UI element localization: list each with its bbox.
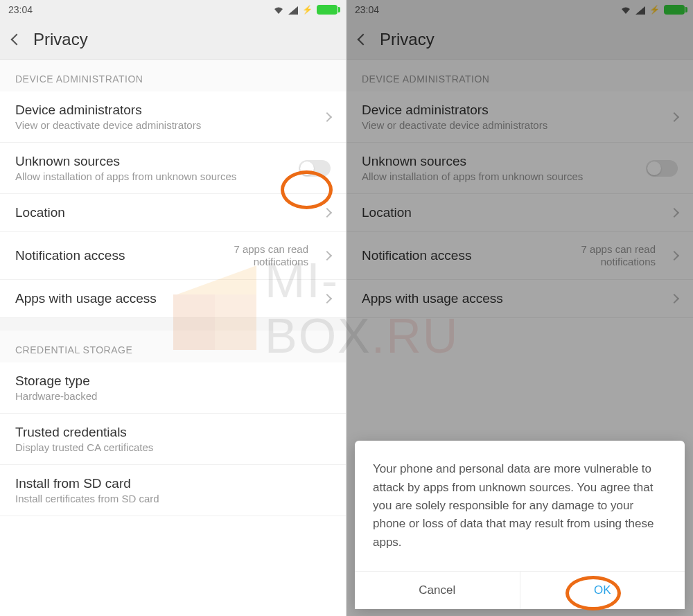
signal-icon [288,6,298,14]
unknown-sources-toggle[interactable] [299,160,331,177]
item-title: Unknown sources [15,154,289,169]
phone-screen-right: 23:04 ⚡ Privacy DEVICE ADMINISTRATION De… [346,0,693,616]
item-subtitle: View or deactivate device administrators [15,119,308,131]
page-header: Privacy [0,19,346,60]
phone-screen-left: 23:04 ⚡ Privacy DEVICE ADMINISTRATION De… [0,0,346,616]
clock-text: 23:04 [8,4,33,15]
dialog-message: Your phone and personal data are more vu… [355,441,685,571]
chevron-right-icon [322,208,332,218]
item-install-from-sd[interactable]: Install from SD card Install certificate… [0,465,346,516]
chevron-right-icon [322,294,332,303]
statusbar: 23:04 ⚡ [0,0,346,19]
section-credential-storage: CREDENTIAL STORAGE [0,331,346,362]
item-title: Notification access [15,248,209,263]
item-value: 7 apps can read notifications [218,243,308,268]
item-subtitle: Display trusted CA certificates [15,441,331,453]
item-notification-access[interactable]: Notification access 7 apps can read noti… [0,232,346,280]
item-title: Install from SD card [15,476,331,491]
item-title: Trusted credentials [15,425,331,440]
ok-button[interactable]: OK [520,572,685,609]
chevron-right-icon [322,251,332,261]
item-device-administrators[interactable]: Device administrators View or deactivate… [0,91,346,143]
cancel-button[interactable]: Cancel [355,572,520,609]
section-gap [0,318,346,331]
item-unknown-sources[interactable]: Unknown sources Allow installation of ap… [0,143,346,194]
confirm-dialog: Your phone and personal data are more vu… [355,441,685,609]
item-trusted-credentials[interactable]: Trusted credentials Display trusted CA c… [0,414,346,465]
item-subtitle: Install certificates from SD card [15,493,331,504]
page-title: Privacy [33,30,88,49]
item-title: Device administrators [15,103,308,118]
charging-icon: ⚡ [302,5,313,15]
section-device-admin: DEVICE ADMINISTRATION [0,60,346,91]
item-title: Apps with usage access [15,291,308,306]
wifi-icon [273,6,284,14]
item-location[interactable]: Location [0,194,346,232]
item-apps-usage-access[interactable]: Apps with usage access [0,280,346,318]
item-title: Location [15,205,308,220]
item-title: Storage type [15,373,331,389]
item-storage-type[interactable]: Storage type Hardware-backed [0,362,346,414]
chevron-right-icon [322,112,332,121]
battery-icon [317,5,337,15]
item-subtitle: Allow installation of apps from unknown … [15,170,289,182]
back-icon[interactable] [11,33,23,45]
item-subtitle: Hardware-backed [15,390,331,402]
